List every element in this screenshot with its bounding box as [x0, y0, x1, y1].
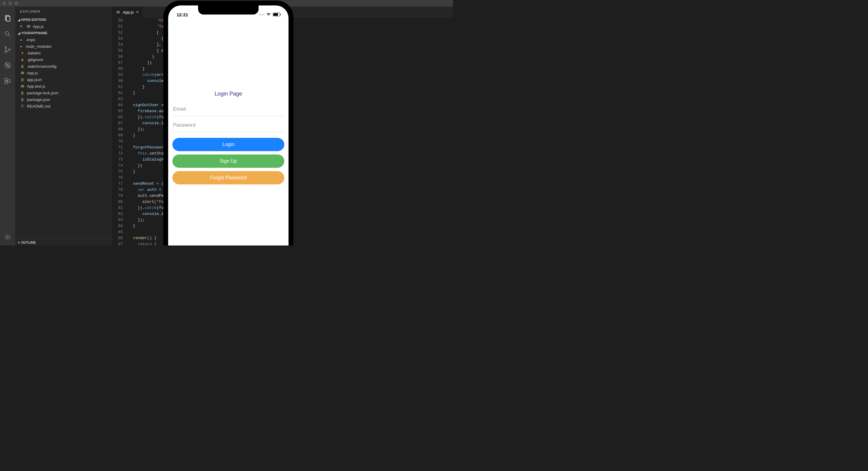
svg-rect-10 [5, 81, 7, 84]
svg-point-12 [7, 236, 8, 238]
extensions-icon[interactable] [3, 77, 12, 85]
open-file-label: App.js [33, 24, 43, 29]
email-field[interactable] [173, 102, 284, 116]
file-label: .gitignore [27, 57, 43, 62]
search-icon[interactable] [3, 30, 12, 38]
file-appjson[interactable]: {} app.json [15, 76, 112, 83]
wifi-icon [266, 13, 271, 16]
svg-point-4 [5, 47, 7, 49]
sidebar-title: EXPLORER [15, 7, 112, 16]
window-close-button[interactable] [2, 1, 6, 5]
file-label: node_modules [26, 44, 52, 49]
battery-icon [273, 13, 280, 16]
file-label: package-lock.json [27, 91, 58, 95]
close-icon[interactable]: × [136, 10, 138, 14]
file-packagejson[interactable]: {} package.json [15, 96, 112, 103]
ios-simulator: 12:21 Login Page Login Sign Up Forgot Pa… [163, 1, 293, 246]
window-zoom-button[interactable] [14, 1, 18, 5]
chevron-down-icon: ◢ [17, 31, 21, 35]
phone-notch [198, 5, 258, 14]
js-file-icon: JS [26, 24, 31, 29]
svg-point-6 [9, 49, 10, 51]
svg-point-5 [5, 51, 7, 53]
file-apptestjs[interactable]: JS App.test.js [15, 83, 112, 90]
login-form: Login Page Login Sign Up Forgot Password [168, 91, 288, 184]
chevron-right-icon: ▸ [17, 241, 21, 244]
svg-rect-1 [6, 16, 10, 21]
file-label: .babelrc [27, 51, 41, 55]
js-file-icon: JS [20, 70, 25, 75]
svg-point-2 [5, 31, 9, 35]
json-file-icon: {} [20, 77, 25, 82]
login-title: Login Page [173, 91, 284, 97]
status-time: 12:21 [177, 12, 188, 17]
explorer-icon[interactable] [3, 14, 12, 22]
file-label: .watchmanconfig [27, 64, 57, 69]
json-file-icon: {} [20, 97, 25, 102]
file-watchmanconfig[interactable]: {} .watchmanconfig [15, 63, 112, 69]
svg-line-3 [8, 35, 10, 37]
js-file-icon: JS [20, 84, 25, 89]
file-gitignore[interactable]: ◆ .gitignore [15, 56, 112, 63]
file-babelrc[interactable]: ✦ .babelrc [15, 50, 112, 56]
file-label: app.json [27, 77, 42, 82]
outline-label: OUTLINE [21, 241, 36, 244]
js-file-icon: JS [116, 10, 120, 14]
file-readme[interactable]: ⓘ README.md [15, 103, 112, 109]
json-file-icon: {} [20, 64, 25, 69]
open-editors-header[interactable]: ◢ OPEN EDITORS [15, 16, 112, 23]
activity-bar [0, 7, 15, 246]
signup-button[interactable]: Sign Up [173, 155, 284, 168]
file-label: README.md [27, 104, 50, 108]
explorer-sidebar: EXPLORER ◢ OPEN EDITORS × JS App.js ◢ YO… [15, 7, 112, 246]
close-icon[interactable]: × [20, 24, 24, 29]
cellular-icon [259, 14, 264, 15]
login-button[interactable]: Login [173, 138, 284, 151]
file-label: .expo [26, 37, 35, 42]
line-number-gutter: 50 51 52 53 54 55 56 57 58 59 60 61 62 6… [112, 18, 128, 246]
outline-header[interactable]: ▸ OUTLINE [15, 239, 112, 246]
file-label: App.test.js [27, 84, 45, 89]
folder-expo[interactable]: ▸ .expo [15, 36, 112, 43]
file-packagelockjson[interactable]: {} package-lock.json [15, 90, 112, 96]
svg-rect-11 [8, 80, 10, 82]
phone-screen: 12:21 Login Page Login Sign Up Forgot Pa… [168, 5, 288, 246]
json-file-icon: {} [20, 90, 25, 95]
chevron-down-icon: ◢ [17, 18, 21, 22]
folder-node-modules[interactable]: ▸ node_modules [15, 43, 112, 50]
debug-icon[interactable] [3, 61, 12, 69]
open-editor-item[interactable]: × JS App.js [15, 23, 112, 30]
info-file-icon: ⓘ [20, 104, 25, 108]
project-header[interactable]: ◢ YOURAPPNAME [15, 30, 112, 36]
file-appjs[interactable]: JS App.js [15, 69, 112, 76]
window-minimize-button[interactable] [8, 1, 12, 5]
open-editors-label: OPEN EDITORS [21, 18, 46, 22]
settings-gear-icon[interactable] [3, 233, 12, 241]
forgot-password-button[interactable]: Forgot Password [173, 171, 284, 184]
file-label: App.js [27, 71, 38, 75]
source-control-icon[interactable] [3, 45, 12, 54]
chevron-right-icon: ▸ [21, 38, 24, 41]
tab-label: App.js [123, 10, 134, 14]
chevron-right-icon: ▸ [21, 45, 24, 48]
password-field[interactable] [173, 119, 284, 132]
git-file-icon: ◆ [20, 57, 25, 62]
file-label: package.json [27, 97, 50, 102]
svg-rect-9 [5, 78, 7, 81]
tab-appjs[interactable]: JS App.js × [112, 7, 143, 18]
babel-file-icon: ✦ [20, 51, 25, 55]
project-label: YOURAPPNAME [21, 31, 48, 35]
